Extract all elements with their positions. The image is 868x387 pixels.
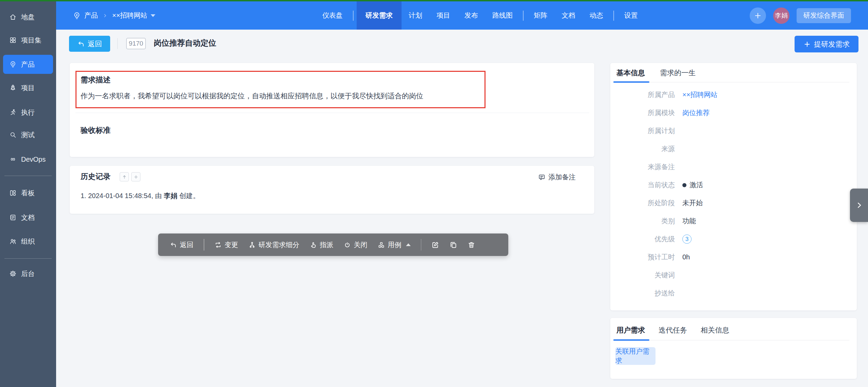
notebook-icon [9,214,17,221]
sidebar-divider [4,258,52,259]
field-label: 预计工时 [610,253,675,262]
sidebar-item-devops[interactable]: DevOps [0,150,56,169]
sidebar-item-label: DevOps [21,156,46,163]
story-id-badge: 9170 [126,38,146,49]
usecase-icon [378,241,385,248]
toolbar-copy-button[interactable] [449,241,457,249]
toolbar-change-button[interactable]: 变更 [215,240,238,249]
nav-release[interactable]: 发布 [457,1,485,30]
plus-icon [133,174,139,180]
add-note-label: 添加备注 [548,173,576,182]
toolbar-divider [421,239,422,251]
link-user-story-button[interactable]: 关联用户需求 [615,347,656,365]
history-reverse-button[interactable] [120,172,129,181]
main-nav: 仪表盘 研发需求 计划 项目 发布 路线图 矩阵 文档 动态 设置 [315,1,645,30]
field-estimate: 预计工时 0h [610,248,848,266]
field-label: 所属模块 [610,108,675,117]
active-tab-indicator [613,81,649,83]
copy-icon [449,241,457,249]
sidebar-item-label: 组织 [21,237,35,246]
back-button[interactable]: 返回 [69,36,110,52]
field-value-link[interactable]: ××招聘网站 [682,90,717,99]
tab-user-story[interactable]: 用户需求 [616,325,645,335]
subdivide-icon [249,241,256,248]
field-cc: 抄送给 [610,284,848,302]
sidebar-item-home[interactable]: 地盘 [0,7,56,27]
nav-matrix[interactable]: 矩阵 [527,1,555,30]
history-entry-user: 李娟 [164,192,177,199]
toolbar-back-button[interactable]: 返回 [170,240,193,249]
breadcrumb: 产品 ××招聘网站 [73,1,155,30]
return-arrow-icon [170,241,177,248]
nav-plan[interactable]: 计划 [402,1,429,30]
sidebar-item-label: 项目 [21,83,35,93]
sidebar-item-label: 产品 [21,60,35,69]
nav-divider [523,11,524,21]
people-icon [9,238,17,245]
sidebar-item-product[interactable]: 产品 [3,55,53,74]
field-source: 来源 [610,140,848,158]
toolbar-usecase-button[interactable]: 用例 [378,240,411,249]
chevron-right-icon [855,201,863,209]
nav-dynamic[interactable]: 动态 [582,1,610,30]
add-note-button[interactable]: 添加备注 [538,173,576,182]
tab-related-info[interactable]: 相关信息 [701,325,729,335]
panel-collapse-button[interactable] [850,189,868,222]
avatar[interactable]: 李娟 [773,7,789,24]
history-expand-button[interactable] [131,172,140,181]
description-section-title: 需求描述 [81,75,110,85]
caret-up-icon [406,243,411,246]
nav-settings[interactable]: 设置 [617,1,645,30]
toolbar-close-button[interactable]: 关闭 [344,240,368,249]
field-plan: 所属计划 [610,122,848,140]
status-badge: 激活 [682,180,703,190]
topbar-right: 李娟 研发综合界面 [750,1,851,30]
field-priority: 优先级 3 [610,230,848,248]
toolbar-subdivide-button[interactable]: 研发需求细分 [249,240,300,249]
create-story-button[interactable]: 提研发需求 [795,36,858,52]
tab-iteration-tasks[interactable]: 迭代任务 [659,325,687,335]
lightbulb-icon [9,61,17,68]
tab-story-lifetime[interactable]: 需求的一生 [660,68,696,78]
rocket-icon [9,84,17,92]
sidebar-item-project[interactable]: 项目 [0,78,56,97]
field-source-note: 来源备注 [610,158,848,176]
field-label: 当前状态 [610,180,675,190]
breadcrumb-section[interactable]: 产品 [84,11,98,20]
sidebar-item-label: 后台 [21,269,35,278]
chevron-down-icon[interactable] [151,14,155,17]
nav-project[interactable]: 项目 [429,1,457,30]
field-label: 所属产品 [610,90,675,99]
toolbar-edit-button[interactable] [431,241,439,249]
field-value-link[interactable]: 岗位推荐 [682,108,710,117]
field-module: 所属模块 岗位推荐 [610,104,848,122]
plus-icon [803,41,811,48]
sidebar-item-doc[interactable]: 文档 [0,208,56,227]
sidebar-item-qa[interactable]: 测试 [0,125,56,144]
sidebar-item-program[interactable]: 项目集 [0,31,56,50]
workbench-button[interactable]: 研发综合界面 [797,8,851,23]
history-card [70,166,594,214]
create-story-label: 提研发需求 [814,39,850,49]
nav-dashboard[interactable]: 仪表盘 [315,1,350,30]
breadcrumb-product[interactable]: ××招聘网站 [112,11,147,20]
field-label: 关键词 [610,271,675,280]
quick-create-button[interactable] [750,7,766,24]
sidebar-item-admin[interactable]: 后台 [0,264,56,283]
info-fields: 所属产品 ××招聘网站 所属模块 岗位推荐 所属计划 来源 来源备注 当前状态 … [610,86,848,302]
toolbar-delete-button[interactable] [467,241,475,249]
tab-basic-info[interactable]: 基本信息 [616,68,645,78]
field-value: 功能 [682,216,696,226]
sidebar-item-execution[interactable]: 执行 [0,103,56,122]
sidebar-item-label: 执行 [21,108,35,117]
toolbar-assign-button[interactable]: 指派 [310,240,334,249]
nav-roadmap[interactable]: 路线图 [485,1,520,30]
sidebar-item-label: 测试 [21,130,35,140]
sidebar-item-org[interactable]: 组织 [0,232,56,251]
edit-icon [431,241,439,249]
nav-story[interactable]: 研发需求 [357,1,402,30]
power-icon [344,241,351,248]
priority-badge: 3 [682,235,692,244]
sidebar-item-kanban[interactable]: 看板 [0,183,56,203]
nav-doc[interactable]: 文档 [555,1,582,30]
